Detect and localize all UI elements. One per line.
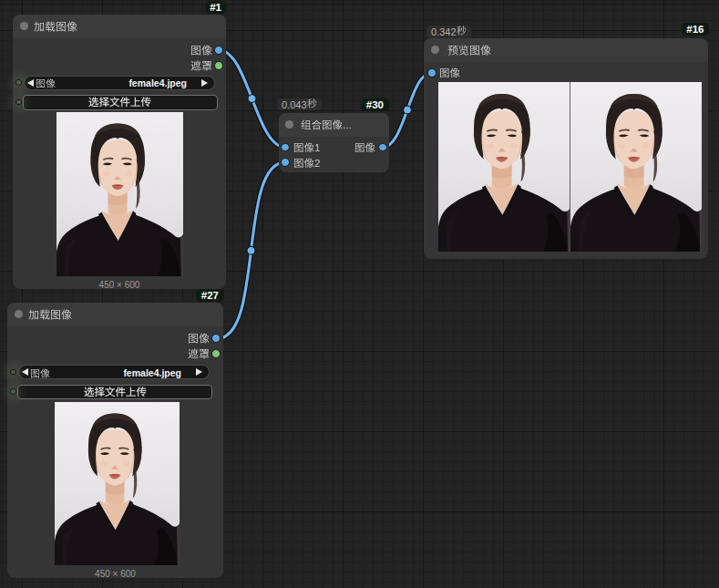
svg-text:2: 2: [314, 158, 320, 169]
svg-text:...: ...: [343, 119, 352, 130]
svg-text:1: 1: [314, 142, 320, 153]
